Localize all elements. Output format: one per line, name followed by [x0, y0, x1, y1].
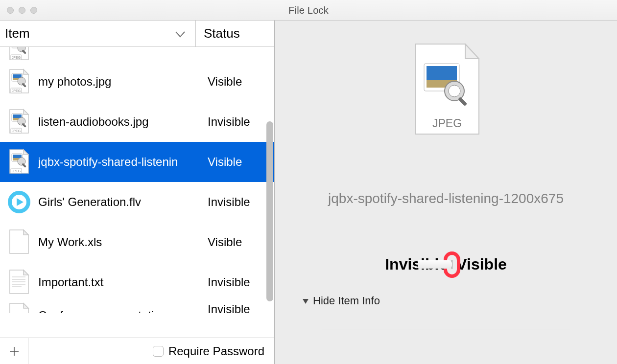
minimize-window-button[interactable]	[19, 7, 25, 14]
column-header-status[interactable]: Status	[196, 26, 274, 41]
svg-rect-3	[427, 66, 457, 80]
visibility-toggle[interactable]	[451, 260, 452, 269]
table-row[interactable]: Conference presentation.pp Invisible	[0, 302, 274, 313]
bottom-toolbar: Require Password	[0, 338, 274, 364]
file-name: Conference presentation.pp	[38, 309, 183, 313]
file-name: Girls' Generation.flv	[38, 195, 141, 209]
visible-label: Visible	[456, 255, 507, 273]
toggle-knob	[451, 260, 452, 269]
window-titlebar: File Lock	[0, 0, 617, 21]
text-file-icon	[7, 269, 31, 296]
file-status: Invisible	[196, 302, 274, 313]
jpeg-file-icon	[7, 149, 31, 175]
hide-item-info-label: Hide Item Info	[313, 295, 380, 307]
table-row[interactable]: Important.txt Invisible	[0, 262, 274, 302]
detail-filename: jqbx-spotify-shared-listening-1200x675	[275, 191, 617, 206]
file-name: Important.txt	[38, 275, 103, 289]
file-list-panel: Item Status my photos.j	[0, 21, 275, 364]
table-row[interactable]: my photos.jpg Visible	[0, 62, 274, 102]
table-row[interactable]	[0, 47, 274, 62]
file-list: my photos.jpg Visible listen-audiobooks.…	[0, 47, 274, 338]
file-status: Visible	[196, 75, 274, 89]
window-controls	[7, 7, 37, 14]
table-row[interactable]: Girls' Generation.flv Invisible	[0, 182, 274, 222]
zoom-window-button[interactable]	[30, 7, 37, 14]
table-header: Item Status	[0, 21, 274, 47]
divider	[322, 329, 570, 329]
svg-point-6	[449, 85, 460, 97]
detail-panel: JPEG jqbx-spotify-shared-listening-1200x…	[275, 21, 617, 364]
file-status: Visible	[196, 235, 274, 249]
require-password-label: Require Password	[168, 344, 264, 358]
table-row[interactable]: My Work.xls Visible	[0, 222, 274, 262]
generic-file-icon	[7, 302, 31, 313]
column-header-status-label: Status	[204, 26, 240, 41]
jpeg-file-icon	[7, 68, 31, 95]
add-file-button[interactable]	[0, 338, 28, 364]
jpeg-file-icon	[7, 109, 31, 135]
sort-chevron-icon	[175, 26, 186, 41]
file-name: listen-audiobooks.jpg	[38, 115, 148, 129]
close-window-button[interactable]	[7, 7, 14, 14]
svg-text:JPEG: JPEG	[432, 117, 461, 130]
scrollbar[interactable]	[266, 121, 273, 301]
generic-file-icon	[7, 229, 31, 255]
disclosure-triangle-icon	[302, 295, 309, 307]
column-header-item[interactable]: Item	[0, 21, 196, 46]
file-status: Visible	[196, 155, 274, 169]
column-header-item-label: Item	[5, 26, 30, 41]
hide-item-info-toggle[interactable]: Hide Item Info	[302, 295, 380, 307]
file-status: Invisible	[196, 195, 274, 209]
jpeg-file-icon	[7, 47, 31, 62]
plus-icon	[9, 346, 20, 357]
file-name: my photos.jpg	[38, 75, 111, 89]
require-password-checkbox[interactable]: Require Password	[153, 344, 264, 358]
file-status: Invisible	[196, 115, 274, 129]
table-row[interactable]: jqbx-spotify-shared-listenin Visible	[0, 142, 274, 182]
file-name: My Work.xls	[38, 235, 102, 249]
file-name: jqbx-spotify-shared-listenin	[38, 155, 178, 169]
checkbox-icon	[153, 346, 164, 357]
video-file-icon	[7, 189, 31, 215]
table-row[interactable]: listen-audiobooks.jpg Invisible	[0, 102, 274, 142]
file-preview-icon: JPEG	[405, 41, 487, 137]
window-title: File Lock	[288, 5, 329, 16]
file-status: Invisible	[196, 275, 274, 289]
